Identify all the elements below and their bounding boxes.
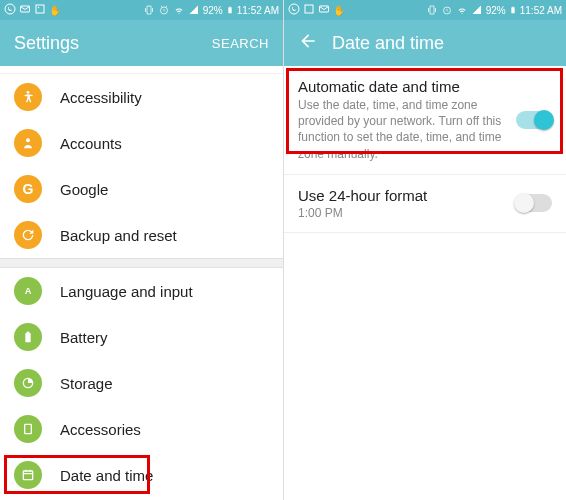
list-item-label: Accessibility <box>60 89 142 106</box>
list-item-label: Battery <box>60 329 108 346</box>
setting-subtext: 1:00 PM <box>298 206 506 220</box>
wifi-icon <box>456 4 468 16</box>
list-item-label: Backup and reset <box>60 227 177 244</box>
list-item-accessories[interactable]: Accessories <box>0 406 283 452</box>
page-title: Settings <box>14 33 198 54</box>
vibrate-icon <box>143 4 155 16</box>
datetime-app-bar: Date and time <box>284 20 566 66</box>
search-action[interactable]: SEARCH <box>212 36 269 51</box>
datetime-icon <box>14 461 42 489</box>
storage-icon <box>14 369 42 397</box>
section-divider <box>0 258 283 268</box>
backup-icon <box>14 221 42 249</box>
hand-icon: ✋ <box>333 5 345 16</box>
setting-title: Use 24-hour format <box>298 187 506 204</box>
svg-rect-17 <box>305 5 313 13</box>
svg-point-0 <box>5 4 15 14</box>
list-item-accessibility[interactable]: Accessibility <box>0 74 283 120</box>
24hour-toggle[interactable] <box>516 194 552 212</box>
settings-app-bar: Settings SEARCH <box>0 20 283 66</box>
image-icon <box>34 3 46 17</box>
list-item-accounts[interactable]: Accounts <box>0 120 283 166</box>
signal-icon <box>188 4 200 16</box>
back-button[interactable] <box>298 31 318 55</box>
wifi-icon <box>173 4 185 16</box>
status-bar: ✋ 92% 11:52 AM <box>0 0 283 20</box>
whatsapp-icon <box>4 3 16 17</box>
list-item-storage[interactable]: Storage <box>0 360 283 406</box>
alarm-icon <box>441 4 453 16</box>
list-item-label: Language and input <box>60 283 193 300</box>
svg-rect-14 <box>23 471 32 480</box>
svg-rect-13 <box>25 424 32 433</box>
page-title: Date and time <box>332 33 552 54</box>
datetime-screen: ✋ 92% 11:52 AM Date and time <box>283 0 566 500</box>
mail-icon <box>19 3 31 17</box>
list-item-battery[interactable]: Battery <box>0 314 283 360</box>
status-bar: ✋ 92% 11:52 AM <box>284 0 566 20</box>
list-item-google[interactable]: G Google <box>0 166 283 212</box>
settings-list: Accessibility Accounts G Google Backup a… <box>0 66 283 500</box>
svg-point-3 <box>38 7 40 9</box>
svg-rect-20 <box>511 7 514 13</box>
svg-rect-10 <box>25 333 30 342</box>
clock-time: 11:52 AM <box>520 5 562 16</box>
list-item-label: Accounts <box>60 135 122 152</box>
google-icon: G <box>14 175 42 203</box>
clock-time: 11:52 AM <box>237 5 279 16</box>
svg-rect-5 <box>228 7 231 13</box>
vibrate-icon <box>426 4 438 16</box>
list-item-label: Accessories <box>60 421 141 438</box>
battery-percent: 92% <box>203 5 223 16</box>
auto-datetime-toggle[interactable] <box>516 111 552 129</box>
signal-icon <box>471 4 483 16</box>
battery-icon <box>14 323 42 351</box>
svg-point-7 <box>27 91 30 94</box>
battery-icon <box>509 4 517 16</box>
whatsapp-icon <box>288 3 300 17</box>
setting-24hour[interactable]: Use 24-hour format 1:00 PM <box>284 175 566 233</box>
svg-point-8 <box>26 138 30 142</box>
accessibility-icon <box>14 83 42 111</box>
mail-icon <box>318 3 330 17</box>
setting-auto-datetime[interactable]: Automatic date and time Use the date, ti… <box>284 66 566 175</box>
list-item-label: Storage <box>60 375 113 392</box>
image-icon <box>303 3 315 17</box>
list-item-label: Date and time <box>60 467 153 484</box>
svg-point-16 <box>289 4 299 14</box>
setting-title: Automatic date and time <box>298 78 506 95</box>
svg-rect-21 <box>512 7 513 8</box>
list-item-backup[interactable]: Backup and reset <box>0 212 283 258</box>
accessories-icon <box>14 415 42 443</box>
datetime-content: Automatic date and time Use the date, ti… <box>284 66 566 500</box>
alarm-icon <box>158 4 170 16</box>
battery-icon <box>226 4 234 16</box>
svg-rect-2 <box>36 5 44 13</box>
hand-icon: ✋ <box>49 5 61 16</box>
list-item-language[interactable]: A Language and input <box>0 268 283 314</box>
accounts-icon <box>14 129 42 157</box>
language-icon: A <box>14 277 42 305</box>
setting-description: Use the date, time, and time zone provid… <box>298 97 506 162</box>
settings-screen: ✋ 92% 11:52 AM Settings SEARCH <box>0 0 283 500</box>
svg-text:A: A <box>25 286 32 296</box>
list-item-datetime[interactable]: Date and time <box>0 452 283 498</box>
list-item-label: Google <box>60 181 108 198</box>
svg-rect-11 <box>27 332 30 333</box>
svg-rect-6 <box>229 7 230 8</box>
battery-percent: 92% <box>486 5 506 16</box>
